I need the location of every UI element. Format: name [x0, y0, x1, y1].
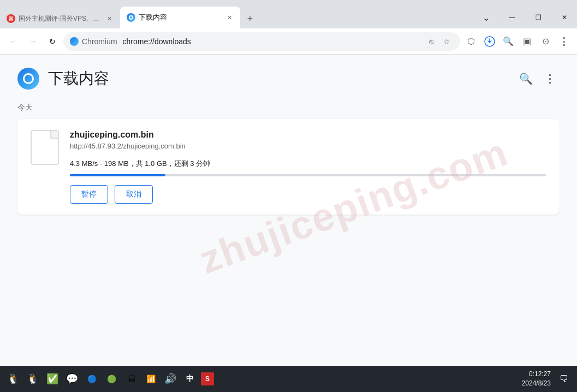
- minimize-button[interactable]: —: [499, 9, 525, 26]
- taskbar-icon-wps[interactable]: S: [201, 372, 214, 385]
- toolbar-right: ⬡ 🔍 ▣ ⊙ ⋮: [462, 33, 573, 50]
- titlebar: 国 国外主机测评-国外VPS、国... ✕ 下载内容 ✕ + ⌄ — ❒ ✕: [0, 0, 577, 28]
- downloads-page: zhujiceping.com 下载内容 🔍 ⋮ 今天 zhujiceping.…: [0, 55, 577, 366]
- page-title-area: 下载内容: [17, 68, 109, 90]
- search-button[interactable]: 🔍: [499, 33, 517, 50]
- file-icon-corner: [50, 131, 58, 139]
- page-logo: [17, 68, 39, 90]
- address-chromium-label: Chromium: [82, 37, 117, 46]
- download-filename: zhujiceping.com.bin: [70, 130, 546, 140]
- back-button[interactable]: ←: [4, 33, 22, 50]
- tab-inactive[interactable]: 国 国外主机测评-国外VPS、国... ✕: [0, 9, 120, 28]
- inactive-tab-favicon: 国: [7, 14, 15, 23]
- taskbar-clock[interactable]: 0:12:27 2024/8/23: [522, 370, 551, 388]
- taskbar: 🐧 🐧 ✅ 💬 🔵 🟢 🖥 📶 🔊 中 S 0:12:27 2024/8/23 …: [0, 366, 577, 392]
- taskbar-icon-8[interactable]: 📶: [142, 370, 159, 388]
- taskbar-icon-7[interactable]: 🖥: [122, 370, 140, 388]
- chevron-button[interactable]: ⌄: [473, 9, 498, 26]
- cancel-button[interactable]: 取消: [115, 185, 153, 204]
- active-tab-label: 下载内容: [139, 13, 222, 22]
- download-card: zhujiceping.com.bin http://45.87.93.2/zh…: [17, 119, 560, 215]
- active-tab-favicon: [127, 13, 135, 22]
- clock-time: 0:12:27: [529, 370, 551, 379]
- page-header: 下载内容 🔍 ⋮: [17, 68, 560, 90]
- navbar: ← → ↻ Chromium chrome://downloads ⎋ ☆ ⬡ …: [0, 28, 577, 55]
- taskbar-icon-5[interactable]: 🔵: [83, 370, 100, 388]
- active-tab-close[interactable]: ✕: [225, 13, 234, 22]
- clock-date: 2024/8/23: [522, 379, 551, 388]
- taskbar-right: 0:12:27 2024/8/23 🗨: [522, 370, 573, 388]
- progress-bar-container: [70, 174, 546, 176]
- close-button[interactable]: ✕: [552, 9, 577, 26]
- window-controls: ⌄ — ❒ ✕: [473, 9, 577, 28]
- address-icons: ⎋ ☆: [424, 34, 454, 49]
- inactive-tab-label: 国外主机测评-国外VPS、国...: [19, 14, 102, 23]
- taskbar-icon-6[interactable]: 🟢: [103, 370, 120, 388]
- downloads-indicator-button[interactable]: [481, 33, 498, 50]
- maximize-button[interactable]: ❒: [526, 9, 551, 26]
- taskbar-icon-1[interactable]: 🐧: [4, 370, 22, 388]
- reload-button[interactable]: ↻: [44, 33, 61, 50]
- progress-bar-fill: [70, 174, 165, 176]
- forward-button[interactable]: →: [24, 33, 41, 50]
- share-icon-btn[interactable]: ⎋: [424, 34, 438, 49]
- tab-active[interactable]: 下载内容 ✕: [120, 7, 240, 28]
- download-buttons: 暂停 取消: [70, 185, 546, 204]
- taskbar-icon-9[interactable]: 🔊: [162, 370, 179, 388]
- browser-window: 国 国外主机测评-国外VPS、国... ✕ 下载内容 ✕ + ⌄ — ❒ ✕ ←…: [0, 0, 577, 392]
- taskbar-icon-3[interactable]: ✅: [44, 370, 61, 388]
- download-url[interactable]: http://45.87.93.2/zhujiceping.com.bin: [70, 142, 546, 150]
- page-actions: 🔍 ⋮: [516, 69, 560, 88]
- section-date: 今天: [17, 103, 560, 112]
- address-favicon: [70, 37, 79, 46]
- inactive-tab-close[interactable]: ✕: [105, 14, 114, 23]
- download-status: 4.3 MB/s - 198 MB，共 1.0 GB，还剩 3 分钟: [70, 159, 546, 169]
- page-menu-button[interactable]: ⋮: [540, 69, 560, 88]
- page-logo-inner: [23, 73, 34, 84]
- active-tab-favicon-inner: [129, 15, 133, 20]
- notification-button[interactable]: 🗨: [555, 370, 573, 388]
- sidebar-button[interactable]: ▣: [518, 33, 536, 50]
- page-title: 下载内容: [48, 68, 109, 89]
- page-search-button[interactable]: 🔍: [516, 69, 536, 88]
- taskbar-icon-lang[interactable]: 中: [181, 370, 199, 388]
- pause-button[interactable]: 暂停: [70, 185, 108, 204]
- address-url: chrome://downloads: [123, 37, 421, 46]
- file-icon: [31, 130, 59, 165]
- taskbar-icon-4[interactable]: 💬: [63, 370, 81, 388]
- new-tab-button[interactable]: +: [242, 11, 258, 26]
- taskbar-icon-2[interactable]: 🐧: [24, 370, 41, 388]
- bookmark-icon-btn[interactable]: ☆: [439, 34, 454, 49]
- menu-button[interactable]: ⋮: [555, 33, 573, 50]
- address-bar[interactable]: Chromium chrome://downloads ⎋ ☆: [63, 32, 460, 51]
- extensions-button[interactable]: ⬡: [462, 33, 480, 50]
- download-info: zhujiceping.com.bin http://45.87.93.2/zh…: [70, 130, 546, 204]
- profile-button[interactable]: ⊙: [537, 33, 554, 50]
- download-arrow-icon: [484, 36, 495, 47]
